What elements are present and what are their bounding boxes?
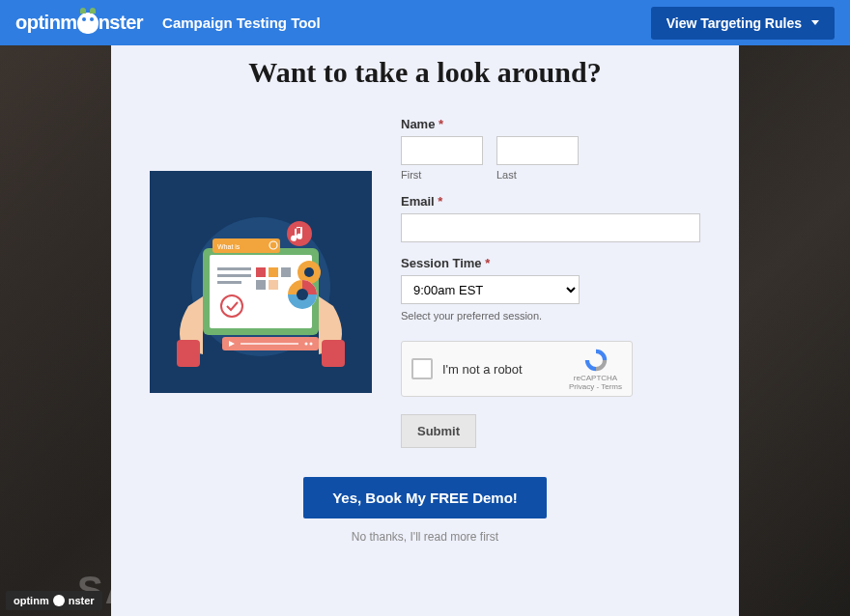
svg-point-26 — [310, 343, 313, 346]
svg-rect-20 — [269, 280, 278, 290]
svg-rect-17 — [269, 267, 278, 277]
svg-point-25 — [305, 343, 308, 346]
svg-rect-19 — [256, 280, 266, 290]
recaptcha-badge: reCAPTCHA Privacy - Terms — [569, 347, 622, 391]
session-label: Session Time * — [401, 256, 700, 270]
view-targeting-rules-button[interactable]: View Targeting Rules — [651, 7, 835, 40]
session-field: Session Time * 9:00am EST Select your pr… — [401, 256, 700, 322]
svg-rect-24 — [241, 343, 298, 345]
svg-point-10 — [304, 267, 314, 277]
chevron-down-icon — [811, 20, 819, 25]
svg-rect-18 — [281, 267, 291, 277]
email-field-wrap: Email * — [401, 194, 700, 242]
email-input[interactable] — [401, 213, 700, 242]
session-helper: Select your preferred session. — [401, 310, 700, 322]
view-rules-label: View Targeting Rules — [666, 15, 802, 31]
modal-grid: What is — [150, 117, 700, 448]
cta-row: Yes, Book My FREE Demo! No thanks, I'll … — [150, 477, 700, 544]
required-marker: * — [438, 194, 442, 209]
modal-left: What is — [150, 117, 372, 393]
demo-modal: Want to take a look around? What is — [111, 45, 739, 616]
modal-title: Want to take a look around? — [150, 55, 700, 90]
svg-point-12 — [297, 289, 308, 300]
required-marker: * — [485, 256, 490, 270]
topbar: optinm nster Campaign Testing Tool View … — [0, 0, 850, 45]
svg-rect-1 — [177, 340, 200, 367]
no-thanks-link[interactable]: No thanks, I'll read more first — [352, 530, 498, 544]
tool-label: Campaign Testing Tool — [162, 14, 321, 31]
required-marker: * — [439, 117, 443, 131]
svg-rect-13 — [217, 267, 251, 270]
recaptcha-checkbox[interactable] — [411, 358, 433, 379]
recaptcha-label: I'm not a robot — [442, 362, 559, 377]
email-label: Email * — [401, 194, 700, 209]
name-field: Name * First Last — [401, 117, 700, 181]
svg-rect-2 — [322, 340, 345, 367]
submit-button[interactable]: Submit — [401, 414, 476, 448]
first-sublabel: First — [401, 169, 483, 181]
name-label: Name * — [401, 117, 700, 131]
svg-rect-15 — [217, 281, 241, 284]
last-sublabel: Last — [496, 169, 579, 181]
svg-rect-16 — [256, 267, 266, 277]
modal-form: Name * First Last Email * — [401, 117, 700, 448]
svg-point-21 — [221, 295, 242, 317]
monster-icon — [53, 595, 65, 606]
topbar-left: optinm nster Campaign Testing Tool — [15, 12, 321, 34]
svg-rect-14 — [217, 274, 251, 277]
session-select[interactable]: 9:00am EST — [401, 275, 580, 304]
monster-icon — [77, 13, 99, 34]
recaptcha-icon — [582, 347, 609, 374]
book-demo-button[interactable]: Yes, Book My FREE Demo! — [303, 477, 547, 518]
illustration: What is — [150, 171, 372, 393]
svg-text:What is: What is — [217, 243, 241, 250]
optinmonster-badge[interactable]: optinm nster — [6, 591, 102, 610]
last-name-input[interactable] — [496, 136, 579, 165]
brand-logo[interactable]: optinm nster — [15, 12, 143, 34]
first-name-input[interactable] — [401, 136, 483, 165]
recaptcha-widget: I'm not a robot reCAPTCHA Privacy - Term… — [401, 341, 633, 397]
